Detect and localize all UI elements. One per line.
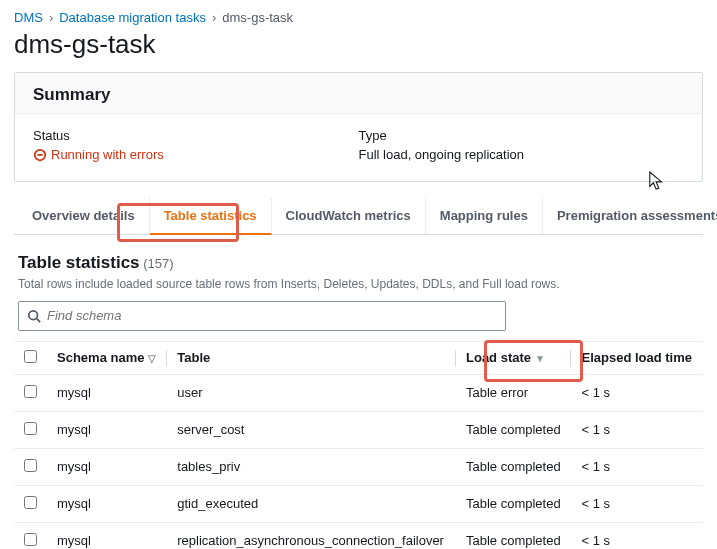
tab-premigration[interactable]: Premigration assessments [543,198,717,234]
status-value: Running with errors [33,147,164,162]
breadcrumb-tasks[interactable]: Database migration tasks [59,10,206,25]
cell-table: replication_asynchronous_connection_fail… [167,522,456,549]
breadcrumb: DMS › Database migration tasks › dms-gs-… [14,10,703,25]
sort-icon: ▽ [148,353,156,364]
row-checkbox[interactable] [24,385,37,398]
search-input[interactable] [41,308,497,323]
cell-table: server_cost [167,411,456,448]
stats-count: (157) [143,256,173,271]
error-icon [33,148,47,162]
stats-title: Table statistics [18,253,140,272]
cell-loadstate: Table completed [456,522,571,549]
type-label: Type [359,128,685,143]
row-checkbox[interactable] [24,496,37,509]
cell-schema: mysql [47,374,167,411]
cell-elapsed: < 1 s [571,374,703,411]
breadcrumb-root[interactable]: DMS [14,10,43,25]
stats-table: Schema name▽ Table Load state▼ Elapsed l… [14,341,703,550]
cell-schema: mysql [47,448,167,485]
cell-elapsed: < 1 s [571,485,703,522]
col-elapsed[interactable]: Elapsed load time [571,341,703,374]
select-all-checkbox[interactable] [24,350,37,363]
row-checkbox[interactable] [24,459,37,472]
cell-loadstate: Table error [456,374,571,411]
cell-table: gtid_executed [167,485,456,522]
tab-table-statistics[interactable]: Table statistics [150,198,272,235]
table-row: mysqluserTable error< 1 s [14,374,703,411]
summary-heading: Summary [15,73,702,114]
cell-schema: mysql [47,411,167,448]
tab-overview[interactable]: Overview details [18,198,150,234]
cell-loadstate: Table completed [456,485,571,522]
cell-loadstate: Table completed [456,411,571,448]
cell-elapsed: < 1 s [571,411,703,448]
search-box[interactable] [18,301,506,331]
summary-panel: Summary Status Running with errors Type … [14,72,703,182]
col-table[interactable]: Table [167,341,456,374]
col-schema[interactable]: Schema name▽ [47,341,167,374]
row-checkbox[interactable] [24,422,37,435]
cell-schema: mysql [47,522,167,549]
tab-mapping-rules[interactable]: Mapping rules [426,198,543,234]
cell-schema: mysql [47,485,167,522]
table-row: mysqltables_privTable completed< 1 s [14,448,703,485]
chevron-right-icon: › [212,10,216,25]
cell-elapsed: < 1 s [571,448,703,485]
col-loadstate[interactable]: Load state▼ [456,341,571,374]
cell-table: tables_priv [167,448,456,485]
table-row: mysqlserver_costTable completed< 1 s [14,411,703,448]
status-label: Status [33,128,359,143]
table-row: mysqlreplication_asynchronous_connection… [14,522,703,549]
cell-table: user [167,374,456,411]
table-row: mysqlgtid_executedTable completed< 1 s [14,485,703,522]
status-text: Running with errors [51,147,164,162]
breadcrumb-current: dms-gs-task [222,10,293,25]
page-title: dms-gs-task [14,29,703,60]
search-icon [27,309,41,323]
svg-line-3 [37,318,41,322]
cell-elapsed: < 1 s [571,522,703,549]
cell-loadstate: Table completed [456,448,571,485]
sort-icon: ▼ [535,353,545,364]
tab-cloudwatch[interactable]: CloudWatch metrics [272,198,426,234]
stats-subtitle: Total rows include loaded source table r… [14,277,703,291]
tabs: Overview details Table statistics CloudW… [14,198,703,235]
chevron-right-icon: › [49,10,53,25]
svg-point-2 [29,310,38,319]
type-value: Full load, ongoing replication [359,147,685,162]
row-checkbox[interactable] [24,533,37,546]
